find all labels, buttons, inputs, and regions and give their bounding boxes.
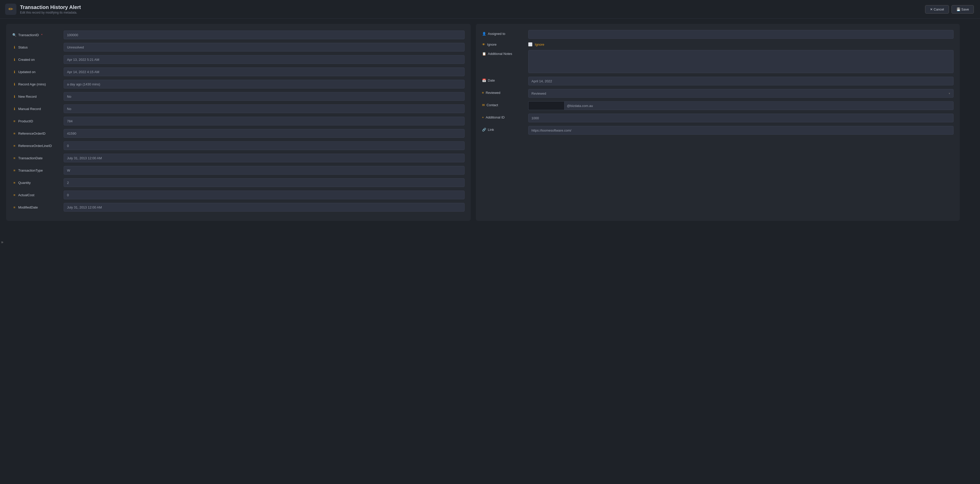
link-icon: 🔗 — [482, 128, 486, 132]
field-label-text-reference-order-line-id: ReferenceOrderLineID — [18, 144, 52, 148]
link-value[interactable]: https://loomesoftware.com/ — [528, 126, 954, 135]
field-icon-record-age: ℹ — [12, 83, 16, 86]
field-value-created-on[interactable]: Apr 13, 2022 5:21 AM — [64, 55, 465, 64]
header-left: ✏ Transaction History Alert Edit this re… — [5, 3, 81, 15]
ignore-icon: 👁 — [482, 43, 485, 46]
ignore-checkbox[interactable] — [528, 42, 532, 46]
additional-notes-label: 📋 Additional Notes — [482, 50, 528, 56]
field-value-quantity[interactable]: 2 — [64, 178, 465, 187]
assigned-to-value[interactable] — [528, 30, 954, 39]
field-value-reference-order-id[interactable]: 41590 — [64, 129, 465, 138]
field-label-text-quantity: Quantity — [18, 181, 30, 185]
reviewed-label: ≡ Reviewed — [482, 89, 528, 95]
reviewed-row: ≡ Reviewed Reviewed ▾ — [482, 89, 954, 98]
field-label-transaction-date: ≡TransactionDate — [12, 156, 64, 160]
left-form: 🔍TransactionID *100000ℹStatusUnresolvedℹ… — [12, 30, 465, 212]
field-label-quantity: ≡Quantity — [12, 181, 64, 185]
field-value-modified-date[interactable]: July 31, 2013 12:00 AM — [64, 203, 465, 212]
save-button[interactable]: 💾 Save — [951, 5, 974, 14]
contact-label: ✉ Contact — [482, 101, 528, 107]
page-subtitle: Edit this record by modifying its metada… — [20, 11, 81, 14]
field-label-text-actual-cost: ActualCost — [18, 193, 34, 197]
field-icon-actual-cost: ≡ — [12, 193, 16, 197]
field-icon-manual-record: ℹ — [12, 107, 16, 111]
field-row-transaction-type: ≡TransactionTypeW — [12, 165, 465, 175]
reviewed-chevron-icon: ▾ — [949, 92, 950, 95]
field-label-new-record: ℹNew Record — [12, 95, 64, 98]
field-value-transaction-type[interactable]: W — [64, 166, 465, 175]
field-value-reference-order-line-id[interactable]: 0 — [64, 141, 465, 150]
reviewed-icon: ≡ — [482, 91, 484, 95]
field-label-text-transaction-type: TransactionType — [18, 168, 43, 172]
field-icon-quantity: ≡ — [12, 181, 16, 185]
additional-id-icon: + — [482, 116, 484, 119]
field-row-status: ℹStatusUnresolved — [12, 42, 465, 52]
field-label-record-age: ℹRecord Age (mins) — [12, 83, 64, 86]
contact-row: ✉ Contact @bizdata.com.au — [482, 101, 954, 110]
ignore-label: 👁 Ignore — [482, 43, 528, 46]
field-value-transaction-id[interactable]: 100000 — [64, 30, 465, 39]
field-label-manual-record: ℹManual Record — [12, 107, 64, 111]
field-row-quantity: ≡Quantity2 — [12, 178, 465, 187]
field-label-transaction-type: ≡TransactionType — [12, 168, 64, 172]
field-icon-status: ℹ — [12, 45, 16, 49]
field-value-product-id[interactable]: 784 — [64, 117, 465, 125]
required-indicator: * — [41, 33, 42, 37]
field-row-product-id: ≡ProductID784 — [12, 116, 465, 126]
date-value[interactable]: April 14, 2022 — [528, 77, 954, 86]
field-value-record-age[interactable]: a day ago (1430 mins) — [64, 80, 465, 89]
field-row-transaction-id: 🔍TransactionID *100000 — [12, 30, 465, 40]
field-label-actual-cost: ≡ActualCost — [12, 193, 64, 197]
field-value-manual-record[interactable]: No — [64, 105, 465, 113]
field-label-product-id: ≡ProductID — [12, 119, 64, 123]
field-label-text-product-id: ProductID — [18, 119, 33, 123]
additional-notes-row: 📋 Additional Notes — [482, 50, 954, 73]
sidebar-toggle[interactable]: » — [0, 238, 4, 246]
additional-notes-value[interactable] — [528, 50, 954, 73]
field-icon-updated-on: ℹ — [12, 70, 16, 74]
field-label-reference-order-id: ≡ReferenceOrderID — [12, 132, 64, 135]
field-icon-reference-order-id: ≡ — [12, 132, 16, 135]
field-label-text-modified-date: ModifiedDate — [18, 205, 38, 209]
field-row-reference-order-line-id: ≡ReferenceOrderLineID0 — [12, 141, 465, 151]
field-label-text-record-age: Record Age (mins) — [18, 83, 46, 86]
ignore-row: 👁 Ignore Ignore — [482, 42, 954, 46]
field-icon-transaction-date: ≡ — [12, 156, 16, 160]
additional-notes-icon: 📋 — [482, 52, 486, 56]
field-row-actual-cost: ≡ActualCost0 — [12, 190, 465, 200]
field-icon-new-record: ℹ — [12, 95, 16, 98]
header-actions: ✕ Cancel 💾 Save — [925, 5, 974, 14]
right-card: 👤 Assigned to 👁 Ignore Ignore 📋 Addition… — [476, 24, 960, 221]
field-row-updated-on: ℹUpdated onApr 14, 2022 4:15 AM — [12, 67, 465, 77]
page-icon: ✏ — [5, 3, 16, 15]
header-title-block: Transaction History Alert Edit this reco… — [20, 4, 81, 14]
contact-value: @bizdata.com.au — [528, 101, 954, 110]
contact-domain[interactable]: @bizdata.com.au — [564, 101, 954, 110]
field-value-updated-on[interactable]: Apr 14, 2022 4:15 AM — [64, 67, 465, 76]
field-label-text-updated-on: Updated on — [18, 70, 35, 74]
reviewed-select[interactable]: Reviewed ▾ — [528, 89, 954, 98]
field-value-actual-cost[interactable]: 0 — [64, 190, 465, 199]
page-title: Transaction History Alert — [20, 4, 81, 10]
field-value-new-record[interactable]: No — [64, 92, 465, 101]
field-value-transaction-date[interactable]: July 31, 2013 12:00 AM — [64, 154, 465, 162]
field-icon-transaction-id: 🔍 — [12, 33, 16, 37]
field-value-status[interactable]: Unresolved — [64, 43, 465, 52]
cancel-button[interactable]: ✕ Cancel — [925, 5, 949, 14]
link-row: 🔗 Link https://loomesoftware.com/ — [482, 126, 954, 135]
field-row-record-age: ℹRecord Age (mins)a day ago (1430 mins) — [12, 79, 465, 89]
additional-id-value[interactable]: 1000 — [528, 114, 954, 122]
field-icon-reference-order-line-id: ≡ — [12, 144, 16, 148]
assigned-to-icon: 👤 — [482, 32, 486, 36]
field-row-modified-date: ≡ModifiedDateJuly 31, 2013 12:00 AM — [12, 202, 465, 212]
field-label-reference-order-line-id: ≡ReferenceOrderLineID — [12, 144, 64, 148]
field-label-text-created-on: Created on — [18, 58, 35, 62]
field-row-created-on: ℹCreated onApr 13, 2022 5:21 AM — [12, 55, 465, 64]
link-label: 🔗 Link — [482, 126, 528, 132]
main-content: 🔍TransactionID *100000ℹStatusUnresolvedℹ… — [0, 19, 980, 226]
field-icon-transaction-type: ≡ — [12, 168, 16, 172]
contact-icon: ✉ — [482, 103, 485, 107]
field-label-text-transaction-date: TransactionDate — [18, 156, 43, 160]
date-label: 📅 Date — [482, 77, 528, 83]
ignore-text-label: Ignore — [535, 43, 544, 46]
